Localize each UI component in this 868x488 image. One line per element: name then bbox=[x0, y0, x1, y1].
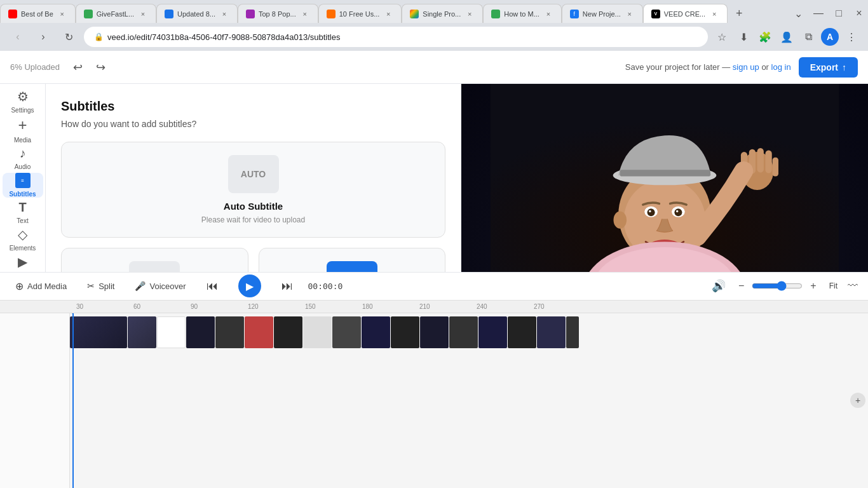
play-button[interactable]: ▶ bbox=[238, 274, 261, 297]
tab-bestofbe[interactable]: Best of Be × bbox=[0, 4, 76, 23]
upload-progress: 6% Uploaded bbox=[10, 62, 60, 72]
sidebar-item-text[interactable]: T Text bbox=[3, 200, 43, 224]
tab-close-10freeus[interactable]: × bbox=[383, 9, 393, 19]
tab-singlepro[interactable]: Single Pro... × bbox=[402, 4, 483, 23]
strip-thumb-13 bbox=[449, 316, 478, 348]
tab-actions: ⌄ — □ × bbox=[789, 4, 868, 22]
auto-subtitle-icon: AUTO bbox=[228, 155, 279, 193]
tab-list-button[interactable]: ⌄ bbox=[789, 4, 807, 22]
strip-thumb-15 bbox=[508, 316, 536, 348]
browser-chrome: Best of Be × GiveFastL... × Updated 8...… bbox=[0, 0, 868, 51]
url-text: veed.io/edit/74031b8a-4506-40f7-9088-508… bbox=[107, 32, 698, 42]
lock-icon: 🔒 bbox=[94, 32, 104, 41]
volume-button[interactable]: 🔊 bbox=[707, 276, 731, 295]
refresh-button[interactable]: ↻ bbox=[58, 27, 79, 47]
tab-favicon-orange bbox=[327, 10, 336, 18]
strip-thumb-5 bbox=[215, 316, 244, 348]
strip-thumb-10 bbox=[362, 316, 390, 348]
browser-menu-button[interactable]: ⋮ bbox=[843, 28, 860, 46]
tab-close-updated[interactable]: × bbox=[219, 9, 229, 19]
redo-button[interactable]: ↪ bbox=[90, 57, 111, 78]
zoom-out-button[interactable]: − bbox=[736, 278, 747, 294]
download-button[interactable]: ⬇ bbox=[735, 28, 752, 46]
undo-button[interactable]: ↩ bbox=[67, 57, 88, 78]
tab-close-givefast[interactable]: × bbox=[138, 9, 148, 19]
svg-point-10 bbox=[648, 208, 655, 216]
media-icon: + bbox=[18, 116, 27, 134]
log-in-link[interactable]: log in bbox=[771, 62, 791, 72]
tab-close-howto[interactable]: × bbox=[543, 9, 553, 19]
editor-panel: Subtitles How do you want to add subtitl… bbox=[46, 84, 461, 272]
add-media-button[interactable]: ⊕ Add Media bbox=[10, 278, 72, 295]
upload-subtitle-card[interactable]: ↑ Upload Subtitle File Use an existing s… bbox=[259, 248, 446, 272]
tab-title-givefast: GiveFastL... bbox=[97, 10, 134, 18]
tab-favicon-blue1 bbox=[165, 10, 173, 18]
minimize-button[interactable]: — bbox=[810, 4, 827, 22]
audio-icon: ♪ bbox=[20, 146, 26, 161]
url-bar[interactable]: 🔒 veed.io/edit/74031b8a-4506-40f7-9088-5… bbox=[84, 27, 708, 47]
split-icon: ✂ bbox=[87, 281, 95, 291]
sidebar-item-transitions[interactable]: ▶ Transitions bbox=[3, 254, 43, 272]
ruler-mark-270: 270 bbox=[534, 303, 545, 310]
timeline-add-button[interactable]: + bbox=[850, 393, 865, 408]
sidebar-item-audio[interactable]: ♪ Audio bbox=[3, 146, 43, 170]
forward-button[interactable]: › bbox=[33, 27, 53, 47]
playhead[interactable] bbox=[72, 313, 74, 489]
auto-subtitle-card[interactable]: AUTO Auto Subtitle Please wait for video… bbox=[61, 142, 445, 238]
tab-close-top8pop[interactable]: × bbox=[300, 9, 310, 19]
split-button[interactable]: ✂ Split bbox=[82, 278, 119, 294]
sidebar-item-subtitles[interactable]: ≡ Subtitles bbox=[3, 173, 43, 198]
tab-veedcre[interactable]: V VEED CRE... × bbox=[643, 4, 728, 23]
time-display: 00:00:0 bbox=[308, 281, 343, 291]
tab-title-updated: Updated 8... bbox=[177, 10, 215, 18]
new-tab-button[interactable]: + bbox=[730, 4, 748, 22]
svg-point-13 bbox=[676, 210, 678, 212]
timeline-ruler: 30 60 90 120 150 180 210 240 270 bbox=[0, 301, 868, 313]
voiceover-button[interactable]: 🎤 Voiceover bbox=[130, 278, 191, 294]
user-profile-icon[interactable]: A bbox=[821, 28, 839, 46]
extensions-button[interactable]: 🧩 bbox=[756, 28, 774, 46]
panel-subtitle: How do you want to add subtitles? bbox=[61, 119, 445, 129]
strip-thumb-8 bbox=[303, 316, 332, 348]
back-button[interactable]: ‹ bbox=[8, 27, 28, 47]
tab-10freeus[interactable]: 10 Free Us... × bbox=[318, 4, 402, 23]
maximize-button[interactable]: □ bbox=[830, 4, 848, 22]
close-window-button[interactable]: × bbox=[850, 4, 868, 22]
tab-updated[interactable]: Updated 8... × bbox=[156, 4, 238, 23]
waveform-button[interactable]: 〰 bbox=[848, 280, 858, 292]
tab-close-veedcre[interactable]: × bbox=[709, 9, 719, 19]
transitions-icon: ▶ bbox=[18, 254, 27, 269]
tab-howto[interactable]: How to M... × bbox=[483, 4, 562, 23]
tab-favicon-fb: f bbox=[570, 10, 579, 18]
zoom-in-button[interactable]: + bbox=[808, 278, 818, 294]
skip-forward-button[interactable]: ⏭ bbox=[276, 277, 298, 295]
track-content: + bbox=[70, 313, 868, 489]
tab-top8pop[interactable]: Top 8 Pop... × bbox=[238, 4, 318, 23]
manual-subtitle-card[interactable]: SUB | Manual Subtitles Type your subtitl… bbox=[61, 248, 248, 272]
zoom-slider[interactable] bbox=[752, 281, 803, 291]
split-screen-button[interactable]: ⧉ bbox=[799, 28, 817, 46]
tab-close-bestofbe[interactable]: × bbox=[57, 9, 67, 19]
tab-givefast[interactable]: GiveFastL... × bbox=[76, 4, 156, 23]
skip-back-button[interactable]: ⏮ bbox=[201, 277, 223, 295]
tab-close-newproj[interactable]: × bbox=[625, 9, 635, 19]
profile-menu-button[interactable]: 👤 bbox=[778, 28, 796, 46]
app-container: 6% Uploaded ↩ ↪ Save your project for la… bbox=[0, 51, 868, 488]
sidebar-item-media[interactable]: + Media bbox=[3, 116, 43, 144]
bookmark-button[interactable]: ☆ bbox=[713, 28, 731, 46]
sign-up-link[interactable]: sign up bbox=[733, 62, 759, 72]
tab-close-singlepro[interactable]: × bbox=[465, 9, 475, 19]
sidebar-item-settings[interactable]: ⚙ Settings bbox=[3, 89, 43, 114]
svg-point-11 bbox=[674, 208, 682, 216]
sidebar-item-elements[interactable]: ◇ Elements bbox=[3, 227, 43, 252]
tab-newproj[interactable]: f New Proje... × bbox=[562, 4, 643, 23]
ruler-mark-210: 210 bbox=[419, 303, 430, 310]
export-button[interactable]: Export ↑ bbox=[799, 57, 858, 78]
strip-thumb-7 bbox=[274, 316, 302, 348]
ruler-mark-120: 120 bbox=[248, 303, 259, 310]
fit-button[interactable]: Fit bbox=[824, 279, 843, 293]
microphone-icon: 🎤 bbox=[135, 281, 146, 291]
ruler-mark-30: 30 bbox=[76, 303, 83, 310]
svg-point-12 bbox=[649, 210, 651, 212]
add-media-icon: ⊕ bbox=[15, 280, 24, 292]
